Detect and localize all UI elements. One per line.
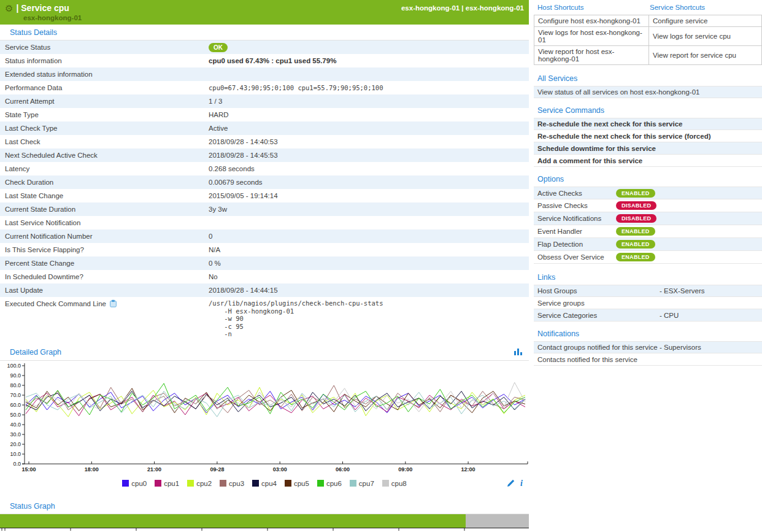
notifications-list: Contact groups notified for this service… <box>534 341 762 366</box>
shortcut-link[interactable]: View logs for host esx-hongkong-01 <box>534 27 649 46</box>
host-shortcuts-link[interactable]: Host Shortcuts <box>537 4 650 11</box>
svg-text:60.0: 60.0 <box>10 402 21 408</box>
svg-text:09-28: 09-28 <box>210 466 224 472</box>
status-row: Current Notification Number0 <box>0 229 529 243</box>
legend-label: cpu3 <box>229 480 244 487</box>
status-row: Latency0.268 seconds <box>0 162 529 175</box>
options-list: Active ChecksENABLEDPassive ChecksDISABL… <box>534 187 762 264</box>
option-label: Flap Detection <box>537 241 616 248</box>
service-command-link[interactable]: Add a comment for this service <box>534 155 762 167</box>
status-row-label: Current State Duration <box>5 206 209 213</box>
edit-graph-icon[interactable] <box>507 479 515 488</box>
legend-item: cpu7 <box>350 480 374 487</box>
legend-swatch <box>187 480 194 487</box>
option-enabled-badge[interactable]: ENABLED <box>616 253 655 261</box>
option-enabled-badge[interactable]: ENABLED <box>616 227 655 236</box>
status-row-label: Last Check <box>5 138 209 145</box>
service-shortcuts-link[interactable]: Service Shortcuts <box>650 4 762 11</box>
status-row-value: 2018/09/28 - 14:40:53 <box>209 138 529 145</box>
shortcut-link[interactable]: Configure service <box>649 15 762 27</box>
service-command-link[interactable]: Re-schedule the next check for this serv… <box>534 130 762 142</box>
option-enabled-badge[interactable]: ENABLED <box>616 189 655 198</box>
link-row[interactable]: Service groups <box>534 297 762 309</box>
host-subtitle-link[interactable]: esx-hongkong-01 <box>23 14 524 21</box>
status-row-value: 0.00679 seconds <box>209 179 529 186</box>
notification-row[interactable]: Contacts notified for this service <box>534 353 762 366</box>
status-row-value: 0.268 seconds <box>209 165 529 172</box>
option-disabled-badge[interactable]: DISABLED <box>616 201 656 210</box>
link-row[interactable]: Service Categories- CPU <box>534 309 762 322</box>
status-row-label: Extended status information <box>5 71 209 78</box>
status-row-value: 2018/09/28 - 14:44:15 <box>209 287 529 294</box>
shortcut-link[interactable]: Configure host esx-hongkong-01 <box>534 15 649 27</box>
shortcut-link[interactable]: View logs for service cpu <box>649 27 762 46</box>
legend-item: cpu6 <box>317 480 342 487</box>
info-icon[interactable]: i <box>520 479 523 488</box>
option-row[interactable]: Service NotificationsDISABLED <box>534 212 762 225</box>
legend-item: cpu4 <box>252 480 277 487</box>
legend-item: cpu1 <box>155 480 179 487</box>
option-row[interactable]: Event HandlerENABLED <box>534 225 762 238</box>
header-host-links[interactable]: esx-hongkong-01 | esx-hongkong-01 <box>401 4 524 12</box>
all-services-list: View status of all services on host esx-… <box>534 86 762 98</box>
status-row-value: cpu0=67.43;90;95;0;100 cpu1=55.79;90;95;… <box>209 84 529 91</box>
gear-icon[interactable]: ⚙ <box>5 3 13 13</box>
status-graph-heading: Status Graph <box>0 498 529 514</box>
option-enabled-badge[interactable]: ENABLED <box>616 240 655 249</box>
shortcut-link[interactable]: View report for service cpu <box>649 46 762 65</box>
all-services-link[interactable]: View status of all services on host esx-… <box>534 86 762 98</box>
service-status-badge: OK <box>209 43 228 52</box>
status-row-label: Last State Change <box>5 192 209 199</box>
status-row-label: Last Update <box>5 287 209 294</box>
service-command-link[interactable]: Re-schedule the next check for this serv… <box>534 118 762 130</box>
option-row[interactable]: Passive ChecksDISABLED <box>534 199 762 212</box>
svg-text:03:00: 03:00 <box>273 466 287 472</box>
status-row-label: Current Attempt <box>5 98 209 105</box>
status-row: In Scheduled Downtime?No <box>0 270 529 283</box>
svg-text:40.0: 40.0 <box>10 422 21 428</box>
option-label: Passive Checks <box>537 202 616 209</box>
notification-row[interactable]: Contact groups notified for this service… <box>534 341 762 353</box>
shortcut-link[interactable]: View report for host esx-hongkong-01 <box>534 46 649 65</box>
service-command-link[interactable]: Schedule downtime for this service <box>534 142 762 155</box>
main-column: ⚙| Service cpu esx-hongkong-01 esx-hongk… <box>0 0 529 532</box>
option-row[interactable]: Flap DetectionENABLED <box>534 238 762 251</box>
status-row-value: Active <box>209 125 529 132</box>
legend-label: cpu1 <box>164 480 179 487</box>
status-row: Last Service Notification <box>0 216 529 229</box>
status-row: Last State Change2015/09/05 - 19:14:14 <box>0 189 529 202</box>
page-title: | Service cpu <box>16 3 69 13</box>
status-row-label: Status information <box>5 57 209 64</box>
status-graph-axis: 5:0018:0021:0009-2803:0006:0009:0012:00 <box>0 528 529 532</box>
status-row: State TypeHARD <box>0 108 529 121</box>
notification-row-value: - Supervisors <box>660 344 701 351</box>
cpu-line-chart: 100.090.080.070.060.050.040.030.020.010.… <box>0 361 529 476</box>
option-row[interactable]: Obsess Over ServiceENABLED <box>534 251 762 264</box>
status-row-label: Latency <box>5 165 209 172</box>
option-row[interactable]: Active ChecksENABLED <box>534 187 762 199</box>
status-row-value: /usr/lib/nagios/plugins/check-bench-cpu-… <box>209 299 529 338</box>
link-row[interactable]: Host Groups- ESX-Servers <box>534 285 762 297</box>
status-row-value: 2015/09/05 - 19:14:14 <box>209 192 529 199</box>
links-heading: Links <box>534 270 762 285</box>
clipboard-icon[interactable] <box>109 299 117 309</box>
bar-chart-icon[interactable] <box>514 348 523 357</box>
status-details-table: Service StatusOKStatus informationcpu0 u… <box>0 40 529 342</box>
status-row-value: 3y 3w <box>209 206 529 213</box>
status-row: Next Scheduled Active Check2018/09/28 - … <box>0 148 529 162</box>
svg-text:09:00: 09:00 <box>398 466 412 472</box>
status-row-value: HARD <box>209 111 529 118</box>
status-row-label: In Scheduled Downtime? <box>5 273 209 280</box>
shortcuts-header: Host Shortcuts Service Shortcuts <box>534 0 762 15</box>
status-row-value: 0 % <box>209 260 529 267</box>
legend-item: cpu3 <box>220 480 244 487</box>
option-disabled-badge[interactable]: DISABLED <box>616 214 656 223</box>
status-row-label: Last Check Type <box>5 125 209 132</box>
status-row-value: 1 / 3 <box>209 98 529 105</box>
status-row-value: OK <box>209 43 529 52</box>
status-row: Current State Duration3y 3w <box>0 202 529 216</box>
status-row-value: cpu0 used 67.43% : cpu1 used 55.79% <box>209 57 529 64</box>
status-row: Is This Service Flapping?N/A <box>0 243 529 256</box>
legend-label: cpu6 <box>326 480 342 487</box>
status-row-label: Percent State Change <box>5 260 209 267</box>
